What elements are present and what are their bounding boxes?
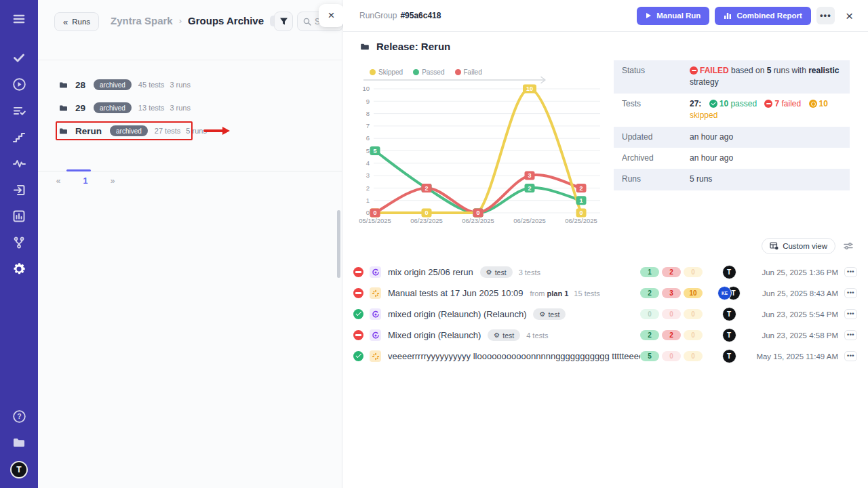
failed-count-pill: 0 [662,351,681,361]
table-settings-icon [770,242,778,250]
group-row-rerun[interactable]: Rerun archived 27 tests 5 runs [38,119,342,142]
list-toolbar: Custom view [762,238,853,254]
run-row[interactable]: Mixed origin (Relaunch) ⚙test 4 tests 2 … [353,325,857,346]
plan-link[interactable]: plan 1 [547,289,569,298]
rungroup-id: #95a6c418 [400,11,441,20]
pagination-next[interactable]: » [92,176,133,186]
tests-colon: : [698,99,701,108]
failed-count-pill: 0 [662,309,681,319]
annotation-arrow-icon [203,127,231,134]
row-more-button[interactable]: ••• [844,309,857,319]
svg-text:0: 0 [425,209,428,216]
avatar[interactable]: T [722,328,736,342]
scrollbar-thumb[interactable] [337,210,340,278]
breadcrumb-project[interactable]: Zyntra Spark [111,15,173,26]
check-icon[interactable] [11,49,27,66]
svg-text:9: 9 [366,98,370,105]
run-tests-count: 4 tests [526,331,548,340]
groups-panel-header: « Runs Zyntra Spark › Groups Archive 3 S… [38,0,342,43]
panel-close-button[interactable]: × [319,4,344,27]
result-count-pills: 2 2 0 [640,330,705,340]
summary-status-value: FAILED based on 5 runs with realistic st… [690,65,842,89]
tag-badge: ⚙test [480,266,513,278]
run-date: Jun 23, 2025 5:54 PM [753,310,844,319]
tests-skipped-word: skipped [690,110,717,120]
run-row[interactable]: veeeerrrrryyyyyyyyyy llooooooooooonnnnng… [353,346,857,367]
back-to-runs-button[interactable]: « Runs [54,12,99,31]
gear-icon[interactable] [11,261,27,277]
failed-status-icon [690,66,698,75]
avatar[interactable]: KE [717,286,732,300]
play-circle-icon[interactable] [11,76,27,92]
status-failed-text: FAILED [700,66,729,75]
combined-report-button[interactable]: Combined Report [715,7,810,25]
pulse-icon[interactable] [11,155,27,171]
folder-icon [359,41,370,52]
passed-count-pill: 2 [640,288,659,298]
tag-badge: ⚙test [488,329,520,341]
status-text: strategy [690,77,719,87]
report-icon[interactable] [11,208,27,224]
more-actions-button[interactable]: ••• [816,7,835,24]
list-check-icon[interactable] [11,102,27,119]
row-more-button[interactable]: ••• [844,267,857,277]
run-row[interactable]: mixed origin (Relaunch) (Relaunch) ⚙test… [353,304,857,325]
chevrons-left-icon: « [63,17,68,27]
sliders-icon[interactable] [844,242,853,250]
summary-row-status: Status FAILED based on 5 runs with reali… [614,60,850,94]
automated-run-icon [370,329,381,341]
summary-label: Tests [622,98,690,122]
steps-icon[interactable] [11,129,27,145]
row-more-button[interactable]: ••• [844,288,857,298]
folder-icon[interactable] [11,434,27,451]
svg-text:3: 3 [528,172,531,179]
manual-run-button[interactable]: Manual Run [637,7,709,25]
run-row[interactable]: mix origin 25/06 rerun ⚙test 3 tests 1 2… [353,262,857,283]
status-text: based on [731,66,764,75]
run-failed-icon [353,288,363,298]
status-text: runs with [774,66,806,75]
svg-text:0: 0 [373,209,376,216]
updated-value: an hour ago [690,131,842,143]
user-avatar[interactable]: T [10,461,28,479]
svg-text:0: 0 [579,209,583,216]
svg-text:2: 2 [579,185,583,192]
branch-icon[interactable] [11,235,27,251]
summary-label: Archived [622,152,690,164]
import-icon[interactable] [11,182,27,198]
group-row-29[interactable]: 29 archived 13 tests 3 runs [38,96,342,119]
folder-icon [58,80,68,90]
avatar[interactable]: T [722,265,736,279]
header-divider [38,60,342,60]
avatar[interactable]: T [722,349,736,363]
failed-count-pill: 2 [662,330,681,340]
summary-tests-value: 27: 10 passed 7 failed 10 skipped [690,98,842,122]
group-tests-count: 13 tests [138,104,165,112]
run-row[interactable]: Manual tests at 17 Jun 2025 10:09 from p… [353,283,857,304]
folder-icon [58,103,68,113]
group-row-28[interactable]: 28 archived 45 tests 3 runs [38,73,342,96]
combined-report-label: Combined Report [736,12,802,20]
automated-run-icon [370,266,381,278]
bar-chart-icon [724,12,732,20]
row-more-button[interactable]: ••• [844,351,857,361]
run-tests-count: 3 tests [519,268,540,277]
row-more-button[interactable]: ••• [844,330,857,340]
summary-row-runs: Runs 5 runs [614,169,850,190]
svg-text:0: 0 [476,209,479,216]
svg-text:06/25/2025: 06/25/2025 [565,217,597,224]
run-tests-count: 15 tests [574,289,600,298]
run-list: mix origin 25/06 rerun ⚙test 3 tests 1 2… [353,262,857,367]
menu-icon[interactable] [11,11,27,27]
summary-label: Runs [622,174,690,185]
svg-text:0: 0 [366,209,370,216]
custom-view-button[interactable]: Custom view [762,238,835,254]
help-icon[interactable]: ? [11,408,27,424]
tests-failed-word: failed [781,99,801,108]
status-runs-count: 5 [767,66,772,75]
avatar[interactable]: T [722,307,736,321]
close-icon[interactable]: × [846,9,853,22]
filter-button[interactable] [274,12,293,31]
svg-text:8: 8 [366,110,370,117]
summary-row-updated: Updated an hour ago [614,127,850,148]
